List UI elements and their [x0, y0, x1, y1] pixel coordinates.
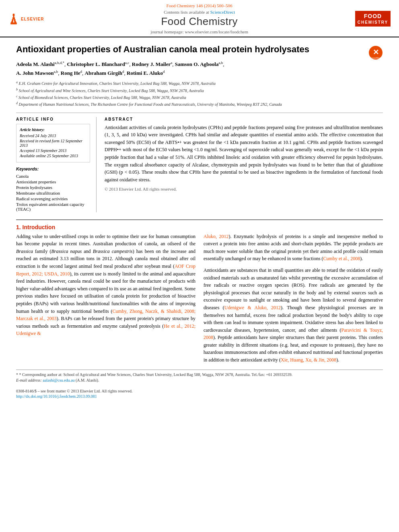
journal-header: ELSEVIER Food Chemistry 146 (2014) 500–5… — [0, 0, 399, 37]
sciencedirect-link: Contents lists available at ScienceDirec… — [44, 10, 355, 14]
section-number: 1. Introduction — [16, 224, 383, 230]
svg-text:✕: ✕ — [373, 48, 379, 56]
svg-rect-4 — [14, 19, 16, 21]
svg-rect-5 — [12, 17, 14, 19]
author-8: Rotimi E. Aluko — [127, 70, 163, 76]
svg-rect-3 — [12, 19, 13, 21]
keyword-3: Protein hydrolysates — [16, 185, 90, 190]
logo-chemistry-text: CHEMISTRY — [358, 20, 389, 25]
left-column: ARTICLE INFO Article history: Received 2… — [16, 117, 97, 212]
keyword-2: Antioxidant properties — [16, 179, 90, 184]
footnotes-area: * * Corresponding author at: School of A… — [16, 370, 383, 382]
copyright-line: © 2013 Elsevier Ltd. All rights reserved… — [105, 186, 383, 193]
author-3: Rodney J. Mailer — [132, 61, 171, 67]
body-left: Adding value to under-utilised crops in … — [16, 233, 195, 364]
footnote-email: E-mail address: aalashi@csu.edu.au (A.M.… — [16, 378, 383, 382]
keywords-heading: Keywords: — [16, 166, 90, 171]
keyword-5: Radical scavenging activities — [16, 196, 90, 201]
author-7: Abraham Girgih — [85, 70, 123, 76]
right-column: ABSTRACT Antioxidant activities of canol… — [105, 117, 383, 212]
footnote-star: * * Corresponding author at: School of A… — [16, 372, 383, 377]
journal-logo: FOOD CHEMISTRY — [355, 11, 391, 27]
revised-date: Received in revised form 12 September 20… — [20, 139, 86, 148]
svg-rect-8 — [13, 14, 15, 16]
article-info-box: Article history: Received 24 July 2013 R… — [16, 124, 90, 162]
bottom-ids: 0308-8146/$ – see front matter © 2013 El… — [16, 389, 383, 398]
elsevier-logo-area: ELSEVIER — [8, 14, 44, 25]
svg-text:CrossMark: CrossMark — [370, 57, 382, 59]
logo-food-text: FOOD — [358, 12, 389, 20]
introduction-section: 1. Introduction Adding value to under-ut… — [16, 220, 383, 364]
journal-homepage: journal homepage: www.elsevier.com/locat… — [44, 29, 355, 34]
journal-header-center: Food Chemistry 146 (2014) 500–506 Conten… — [44, 3, 355, 34]
issn-line: 0308-8146/$ – see front matter © 2013 El… — [16, 389, 383, 393]
crossmark-badge[interactable]: ✕ CrossMark — [368, 45, 383, 60]
accepted-date: Accepted 13 September 2013 — [20, 148, 86, 153]
journal-citation: Food Chemistry 146 (2014) 500–506 — [44, 3, 355, 8]
intro-right-paragraph-1: Aluko, 2012). Enzymatic hydrolysis of pr… — [204, 233, 383, 263]
keyword-6: Trolox equivalent antioxidant capacity (… — [16, 202, 90, 212]
abstract-paragraph: Antioxidant activities of canola protein… — [105, 124, 383, 184]
authors: Adeola M. Alashia,b,d,*, Christopher L. … — [16, 60, 383, 78]
affiliations: a E.H. Graham Centre for Agricultural In… — [16, 80, 383, 107]
affil-a: a E.H. Graham Centre for Agricultural In… — [16, 80, 383, 86]
author-2: Christopher L. Blanchard — [67, 61, 125, 67]
email-link[interactable]: aalashi@csu.edu.au — [43, 378, 74, 382]
abstract-heading: ABSTRACT — [105, 117, 383, 121]
page-wrapper: ELSEVIER Food Chemistry 146 (2014) 500–5… — [0, 0, 399, 407]
elsevier-tree-icon — [8, 14, 19, 25]
intro-left-paragraph: Adding value to under-utilised crops in … — [16, 233, 195, 337]
available-date: Available online 25 September 2013 — [20, 154, 86, 158]
affil-d: d Department of Human Nutritional Scienc… — [16, 101, 383, 107]
main-content: Antioxidant properties of Australian can… — [0, 37, 399, 407]
keyword-4: Membrane ultrafiltration — [16, 191, 90, 195]
keywords-section: Keywords: Canola Antioxidant properties … — [16, 166, 90, 212]
doi-link[interactable]: http://dx.doi.org/10.1016/j.foodchem.201… — [16, 394, 383, 398]
affil-b: b School of Agricultural and Wine Scienc… — [16, 87, 383, 94]
body-two-col: Adding value to under-utilised crops in … — [16, 233, 383, 364]
body-right: Aluko, 2012). Enzymatic hydrolysis of pr… — [204, 233, 383, 364]
intro-right-paragraph-2: Antioxidants are substances that in smal… — [204, 267, 383, 364]
abstract-text: Antioxidant activities of canola protein… — [105, 124, 383, 193]
elsevier-text: ELSEVIER — [21, 17, 44, 21]
received-date: Received 24 July 2013 — [20, 134, 86, 138]
keyword-1: Canola — [16, 174, 90, 179]
author-6: Rong He — [61, 70, 80, 76]
article-title: Antioxidant properties of Australian can… — [16, 44, 364, 55]
author-1: Adeola M. Alashi — [16, 61, 55, 67]
journal-title: Food Chemistry — [44, 15, 355, 28]
author-5: A. John Mawson — [16, 70, 54, 76]
article-info-heading: ARTICLE INFO — [16, 117, 90, 121]
affil-c: c School of Biomedical Sciences, Charles… — [16, 94, 383, 101]
author-4: Samson O. Agboola — [175, 61, 219, 67]
logo-box: FOOD CHEMISTRY — [355, 11, 391, 27]
two-column-section: ARTICLE INFO Article history: Received 2… — [16, 113, 383, 212]
svg-rect-6 — [14, 17, 15, 19]
article-history-title: Article history: — [20, 127, 86, 132]
